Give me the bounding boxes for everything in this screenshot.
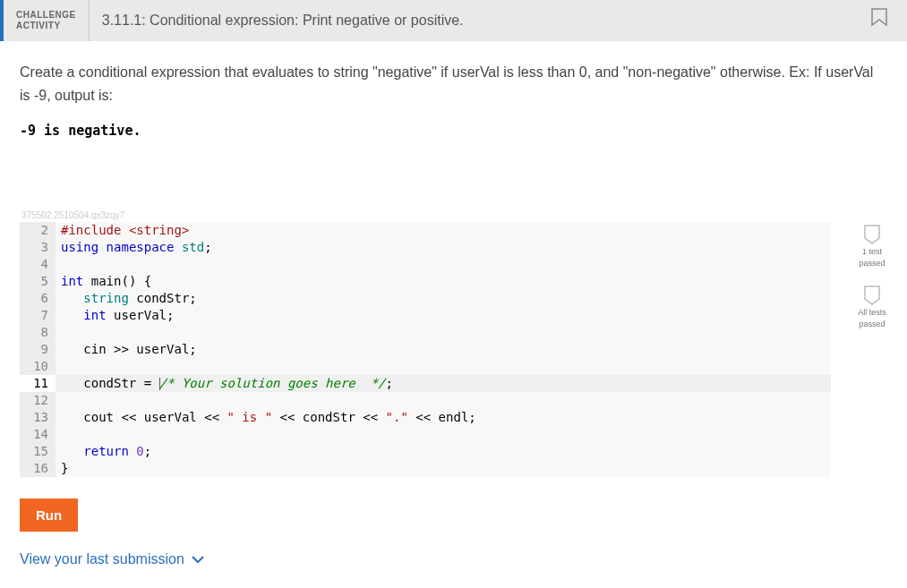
code-token [107,342,114,356]
code-token: condStr [136,291,189,305]
line-number: 14 [20,426,56,443]
code-line[interactable]: 12 [20,392,831,409]
code-token: std [182,240,204,254]
test-badge-label: passed [859,259,885,268]
code-token [61,291,83,305]
code-token [98,240,106,254]
code-token: /* Your solution goes here */ [159,376,386,390]
code-text[interactable]: string condStr; [56,290,831,307]
line-number: 11 [20,375,56,392]
code-line[interactable]: 7 int userVal; [20,307,831,324]
code-token [355,410,363,424]
code-token: int [83,308,106,322]
code-token: 0 [136,444,143,458]
view-last-submission-link[interactable]: View your last submission [20,551,887,567]
code-line[interactable]: 4 [20,256,831,273]
shield-icon [863,285,881,306]
code-line[interactable]: 6 string condStr; [20,290,831,307]
code-token: ; [189,342,196,356]
code-text[interactable]: #include <string> [56,222,831,239]
code-token: } [61,461,68,475]
code-token: namespace [107,240,175,254]
code-text[interactable]: cin >> userVal; [56,341,831,358]
code-token [121,223,128,237]
code-token: ; [386,376,393,390]
line-number: 5 [20,273,56,290]
code-token: using [61,240,98,254]
code-token [295,410,302,424]
code-token: main [91,274,122,288]
code-text[interactable]: return 0; [56,443,831,460]
code-line[interactable]: 15 return 0; [20,443,831,460]
code-text[interactable]: using namespace std; [56,239,831,256]
code-token: endl [439,410,469,424]
example-output: -9 is negative. [20,123,887,139]
code-token: userVal [144,410,197,424]
code-token: cin [83,342,106,356]
test-badge-label: passed [859,320,885,329]
code-token: cout [83,410,114,424]
code-token [61,308,83,322]
chevron-down-icon [192,551,204,567]
code-token: ; [204,240,211,254]
code-text[interactable]: cout << userVal << " is " << condStr << … [56,409,831,426]
code-text[interactable]: int main() { [56,273,831,290]
code-token [378,410,385,424]
code-token: { [144,274,151,288]
code-line[interactable]: 5int main() { [20,273,831,290]
code-line[interactable]: 9 cin >> userVal; [20,341,831,358]
code-token [107,308,114,322]
code-line[interactable]: 14 [20,426,831,443]
code-token: return [83,444,129,458]
line-number: 15 [20,443,56,460]
code-token: = [144,376,151,390]
code-line[interactable]: 3using namespace std; [20,239,831,256]
line-number: 12 [20,392,56,409]
bookmark-icon[interactable] [869,7,889,34]
code-token [151,376,158,390]
content-area: Create a conditional expression that eva… [0,41,907,587]
badge-line1: CHALLENGE [16,10,76,21]
activity-header: CHALLENGE ACTIVITY 3.11.1: Conditional e… [0,0,907,41]
code-token [431,410,438,424]
code-token [136,274,143,288]
code-line[interactable]: 2#include <string> [20,222,831,239]
activity-description: Create a conditional expression that eva… [20,61,887,107]
code-token [174,240,181,254]
code-token [136,410,143,424]
code-editor[interactable]: 2#include <string>3using namespace std;4… [20,222,831,477]
line-number: 16 [20,460,56,477]
line-number: 3 [20,239,56,256]
code-token [272,410,279,424]
line-number: 8 [20,324,56,341]
code-token [61,376,83,390]
test-badge-label: 1 test [862,247,882,257]
code-token: condStr [303,410,355,424]
code-line[interactable]: 8 [20,324,831,341]
code-text[interactable]: condStr = /* Your solution goes here */; [56,375,831,392]
code-token [197,410,204,424]
code-line[interactable]: 10 [20,358,831,375]
code-token: "." [386,410,408,424]
code-token: userVal [114,308,167,322]
code-line[interactable]: 11 condStr = /* Your solution goes here … [20,375,831,392]
test-badge: All testspassed [847,285,897,329]
line-number: 10 [20,358,56,375]
code-text[interactable]: int userVal; [56,307,831,324]
test-badge-label: All tests [858,308,886,318]
code-token: << [280,410,295,424]
line-number: 7 [20,307,56,324]
code-token: <string> [129,223,189,237]
watermark-text: 375502.2510504.qx3zqy7 [21,210,887,220]
code-token [136,376,143,390]
editor-wrapper: 2#include <string>3using namespace std;4… [20,222,887,477]
line-number: 4 [20,256,56,273]
run-button[interactable]: Run [20,499,78,532]
code-line[interactable]: 16} [20,460,831,477]
test-badge: 1 testpassed [847,224,897,268]
challenge-badge: CHALLENGE ACTIVITY [4,0,90,41]
code-text[interactable]: } [56,460,831,477]
code-token: << [204,410,219,424]
view-submission-label: View your last submission [20,551,184,567]
code-line[interactable]: 13 cout << userVal << " is " << condStr … [20,409,831,426]
